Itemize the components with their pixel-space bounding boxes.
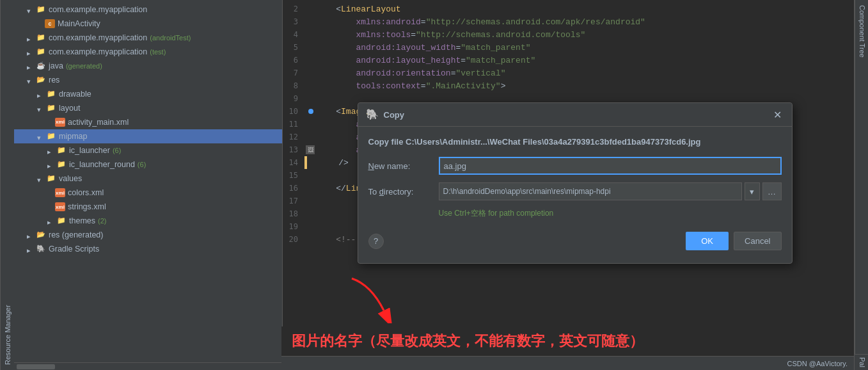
chevron-expand bbox=[27, 76, 35, 84]
folder-icon bbox=[36, 47, 46, 56]
chevron-expand bbox=[27, 62, 35, 70]
chevron-expand bbox=[27, 245, 35, 253]
chevron-expand bbox=[47, 147, 55, 154]
folder-icon bbox=[36, 33, 46, 42]
new-name-label: New name: bbox=[368, 161, 439, 171]
dialog-file-path: Copy file C:\Users\Administr...\WeChat F… bbox=[368, 137, 782, 147]
sidebar-item-res[interactable]: res bbox=[14, 73, 282, 87]
gradle-icon bbox=[36, 245, 46, 253]
to-dir-input[interactable] bbox=[439, 182, 742, 200]
sidebar-item-themes[interactable]: themes (2) bbox=[14, 214, 282, 228]
folder-icon: ☕ bbox=[36, 61, 46, 70]
java-icon: c bbox=[45, 19, 55, 28]
folder-icon bbox=[56, 146, 67, 155]
chevron-expand bbox=[47, 161, 55, 168]
new-name-input[interactable] bbox=[439, 157, 782, 175]
sidebar-item-values[interactable]: values bbox=[14, 172, 282, 186]
sidebar-item-activity-main[interactable]: xml activity_main.xml bbox=[14, 115, 282, 129]
sidebar-item-androidtest[interactable]: com.example.myapplication (androidTest) bbox=[14, 31, 282, 45]
dialog-title: Copy bbox=[384, 110, 771, 120]
folder-icon bbox=[46, 104, 56, 113]
chevron-expand bbox=[47, 217, 55, 225]
chevron-expand bbox=[27, 231, 35, 239]
chevron-expand bbox=[37, 133, 45, 140]
dialog-close-button[interactable]: ✕ bbox=[771, 108, 784, 121]
sidebar-item-drawable[interactable]: drawable bbox=[14, 87, 282, 101]
sidebar-item-main-activity[interactable]: c MainActivity bbox=[14, 17, 282, 31]
dialog-body: Copy file C:\Users\Administr...\WeChat F… bbox=[358, 127, 792, 263]
action-buttons: OK Cancel bbox=[686, 232, 781, 250]
chevron-expand bbox=[37, 104, 45, 112]
sidebar-item-ic-launcher[interactable]: ic_launcher (6) bbox=[14, 143, 282, 157]
sidebar-item-strings[interactable]: xml strings.xml bbox=[14, 200, 282, 214]
horizontal-scrollbar[interactable] bbox=[14, 362, 282, 370]
sidebar-item-com-example-main[interactable]: com.example.myapplication bbox=[14, 3, 282, 17]
folder-icon bbox=[36, 5, 46, 14]
folder-icon bbox=[46, 132, 56, 141]
dialog-titlebar: 🐘 Copy ✕ bbox=[358, 103, 792, 127]
help-button[interactable]: ? bbox=[368, 234, 384, 249]
xml-icon: xml bbox=[55, 118, 65, 127]
res-icon bbox=[36, 76, 46, 84]
structure-panel-label[interactable]: Resource Manager bbox=[0, 0, 14, 370]
folder-icon bbox=[46, 90, 56, 99]
to-dir-label: To directory: bbox=[368, 187, 439, 197]
directory-browse-button[interactable]: … bbox=[762, 182, 782, 200]
folder-icon bbox=[56, 216, 67, 225]
chevron-expand bbox=[27, 6, 35, 13]
directory-dropdown-arrow[interactable]: ▾ bbox=[745, 182, 760, 200]
code-editor: 2 <LinearLayout 3 xmlns:android="http://… bbox=[281, 0, 868, 370]
dialog-icon: 🐘 bbox=[366, 108, 379, 121]
to-dir-row: To directory: ▾ … bbox=[368, 182, 782, 200]
sidebar-item-colors[interactable]: xml colors.xml bbox=[14, 186, 282, 200]
scroll-thumb[interactable] bbox=[17, 364, 55, 369]
sidebar-item-ic-launcher-round[interactable]: ic_launcher_round (6) bbox=[14, 157, 282, 172]
folder-icon bbox=[46, 174, 56, 183]
sidebar-item-java-generated[interactable]: ☕ java (generated) bbox=[14, 59, 282, 73]
project-tree: com.example.myapplication c MainActivity… bbox=[14, 0, 283, 370]
sidebar-item-res-generated[interactable]: res (generated) bbox=[14, 228, 282, 242]
sidebar-item-test[interactable]: com.example.myapplication (test) bbox=[14, 45, 282, 59]
new-name-row: New name: bbox=[368, 157, 782, 175]
copy-dialog: 🐘 Copy ✕ Copy file C:\Users\Administr...… bbox=[358, 102, 793, 264]
chevron-expand bbox=[37, 175, 45, 182]
dialog-hint: Use Ctrl+空格 for path completion bbox=[439, 208, 782, 219]
sidebar-item-gradle-scripts[interactable]: Gradle Scripts bbox=[14, 242, 282, 256]
tree-content: com.example.myapplication c MainActivity… bbox=[14, 0, 282, 362]
chevron-expand bbox=[27, 48, 35, 56]
res-icon bbox=[36, 230, 46, 239]
chevron-expand bbox=[37, 90, 45, 98]
folder-icon bbox=[56, 160, 67, 169]
dialog-overlay: 🐘 Copy ✕ Copy file C:\Users\Administr...… bbox=[281, 0, 868, 370]
xml-icon: xml bbox=[55, 202, 65, 211]
cancel-button[interactable]: Cancel bbox=[734, 232, 781, 250]
ok-button[interactable]: OK bbox=[686, 232, 729, 250]
xml-icon: xml bbox=[55, 188, 65, 197]
chevron-expand bbox=[27, 34, 35, 42]
sidebar-item-mipmap[interactable]: mipmap bbox=[14, 129, 282, 143]
dialog-footer: ? OK Cancel bbox=[368, 227, 782, 253]
sidebar-item-layout[interactable]: layout bbox=[14, 101, 282, 115]
